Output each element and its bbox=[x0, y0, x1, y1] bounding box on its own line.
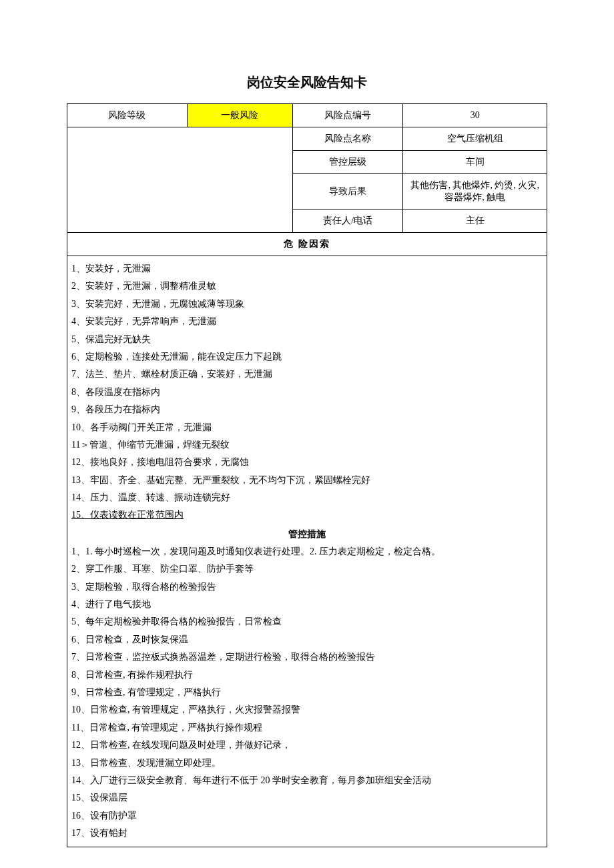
risk-factor-item: 7、法兰、垫片、螺栓材质正确，安装好，无泄漏 bbox=[71, 366, 543, 383]
control-measure-item: 14、入厂进行三级安全教育、每年进行不低于 20 学时安全教育，每月参加班组安全… bbox=[71, 772, 543, 789]
risk-factor-item: 3、安装完好，无泄漏，无腐蚀减薄等现象 bbox=[71, 296, 543, 313]
risk-level-value: 一般风险 bbox=[187, 104, 292, 127]
risk-factors-list: 1、安装好，无泄漏2、安装好，无泄漏，调整精准灵敏3、安装完好，无泄漏，无腐蚀减… bbox=[71, 260, 543, 506]
control-measure-item: 16、设有防护罩 bbox=[71, 807, 543, 825]
control-measure-item: 7、日常检查，监控板式换热器温差，定期进行检验，取得合格的检验报告 bbox=[71, 648, 543, 666]
control-measure-item: 13、日常检查、发现泄漏立即处理。 bbox=[71, 755, 543, 772]
consequence-value: 其他伤害, 其他爆炸, 灼烫, 火灾, 容器爆炸, 触电 bbox=[403, 174, 547, 209]
risk-factor-item: 6、定期检验，连接处无泄漏，能在设定压力下起跳 bbox=[71, 348, 543, 366]
risk-level-label: 风险等级 bbox=[67, 104, 188, 127]
document-title: 岗位安全风险告知卡 bbox=[67, 73, 547, 91]
control-measure-item: 5、每年定期检验并取得合格的检验报告，日常检查 bbox=[71, 613, 543, 630]
risk-factor-item: 9、各段压力在指标内 bbox=[71, 401, 543, 418]
control-measure-item: 4、进行了电气接地 bbox=[71, 596, 543, 613]
risk-factor-item: 1、安装好，无泄漏 bbox=[71, 260, 543, 278]
content-cell: 1、安装好，无泄漏2、安装好，无泄漏，调整精准灵敏3、安装完好，无泄漏，无腐蚀减… bbox=[67, 256, 547, 847]
risk-point-name-value: 空气压缩机组 bbox=[403, 127, 547, 151]
risk-factors-header: 危 险因索 bbox=[67, 233, 547, 256]
risk-point-number-label: 风险点编号 bbox=[292, 104, 402, 127]
risk-factor-item: 4、安装完好，无异常响声，无泄漏 bbox=[71, 313, 543, 330]
risk-factors-header-row: 危 险因索 bbox=[67, 233, 547, 256]
content-row: 1、安装好，无泄漏2、安装好，无泄漏，调整精准灵敏3、安装完好，无泄漏，无腐蚀减… bbox=[67, 256, 547, 847]
risk-factor-item: 5、保温完好无缺失 bbox=[71, 331, 543, 348]
control-level-label: 管控层级 bbox=[292, 151, 402, 174]
header-row-1: 风险等级 一般风险 风险点编号 30 bbox=[67, 104, 547, 127]
responsible-label: 责任人/电话 bbox=[292, 209, 402, 233]
responsible-value: 主任 bbox=[403, 209, 547, 233]
control-level-value: 车间 bbox=[403, 151, 547, 174]
risk-factor-item: 10、各手动阀门开关正常，无泄漏 bbox=[71, 419, 543, 436]
risk-factor-item: 12、接地良好，接地电阻符合要求，无腐蚀 bbox=[71, 454, 543, 471]
control-measure-item: 8、日常检查, 有操作规程执行 bbox=[71, 667, 543, 684]
control-measure-item: 11、日常检查, 有管理规定，严格执行操作规程 bbox=[71, 719, 543, 737]
risk-factor-item: 2、安装好，无泄漏，调整精准灵敏 bbox=[71, 278, 543, 295]
risk-point-number-value: 30 bbox=[403, 104, 547, 127]
risk-factor-item: 13、牢固、齐全、基础完整、无严重裂纹，无不均匀下沉，紧固螺栓完好 bbox=[71, 472, 543, 489]
control-measures-list: 1、1. 每小时巡检一次，发现问题及时通知仪表进行处理。2. 压力表定期检定，检… bbox=[71, 543, 543, 843]
control-measure-item: 1、1. 每小时巡检一次，发现问题及时通知仪表进行处理。2. 压力表定期检定，检… bbox=[71, 543, 543, 560]
consequence-label: 导致后果 bbox=[292, 174, 402, 209]
header-row-2: 风险点名称 空气压缩机组 bbox=[67, 127, 547, 151]
risk-factor-item: 11＞管道、伸缩节无泄漏，焊缝无裂纹 bbox=[71, 436, 543, 454]
empty-spanning-cell bbox=[67, 127, 293, 233]
risk-point-name-label: 风险点名称 bbox=[292, 127, 402, 151]
control-measure-item: 2、穿工作服、耳塞、防尘口罩、防护手套等 bbox=[71, 560, 543, 578]
control-measure-item: 10、日常检查, 有管理规定，严格执行，火灾报警器报警 bbox=[71, 701, 543, 719]
control-measures-header: 管控措施 bbox=[71, 524, 543, 543]
control-measure-item: 9、日常检查, 有管理规定，严格执行 bbox=[71, 684, 543, 701]
risk-info-table: 风险等级 一般风险 风险点编号 30 风险点名称 空气压缩机组 管控层级 车间 … bbox=[67, 103, 547, 847]
control-measure-item: 6、日常检查，及时恢复保温 bbox=[71, 631, 543, 648]
control-measure-item: 17、设有铅封 bbox=[71, 825, 543, 842]
control-measure-item: 15、设保温层 bbox=[71, 789, 543, 807]
control-measure-item: 3、定期检验，取得合格的检验报告 bbox=[71, 578, 543, 596]
control-measure-item: 12、日常检查, 在线发现问题及时处理，并做好记录， bbox=[71, 737, 543, 754]
risk-factor-item: 14、压力、温度、转速、振动连锁完好 bbox=[71, 489, 543, 506]
risk-factor-last: 15、仪表读数在正常范围内 bbox=[71, 506, 543, 524]
risk-factor-item: 8、各段温度在指标内 bbox=[71, 384, 543, 401]
